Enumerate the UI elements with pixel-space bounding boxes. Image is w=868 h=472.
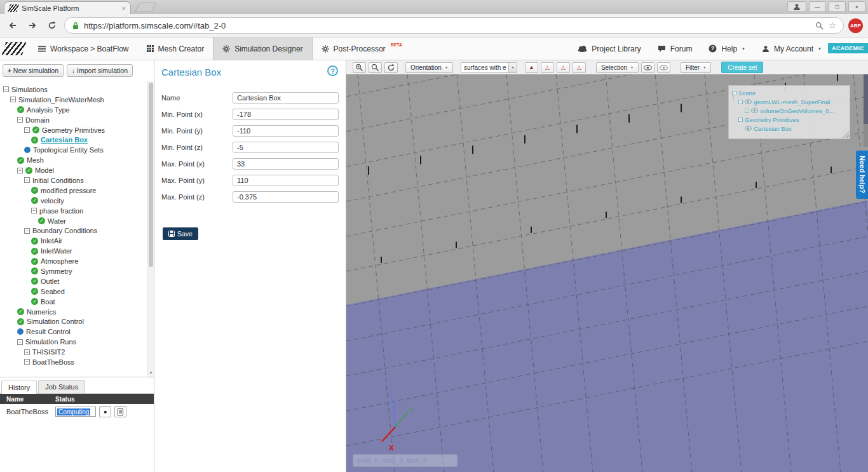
tab-job-status[interactable]: Job Status: [38, 380, 85, 393]
tree-item-simulation-runs[interactable]: −Simulation Runs: [0, 337, 154, 347]
min-point-z-input[interactable]: [233, 142, 339, 153]
tab-post-processor[interactable]: Post-Processor BETA: [313, 37, 412, 60]
selection-dropdown[interactable]: Selection ▼: [596, 62, 639, 73]
tree-scrollbar[interactable]: ▼: [147, 81, 154, 377]
browser-profile-button[interactable]: [787, 1, 806, 12]
max-point-z-input[interactable]: [233, 191, 339, 203]
resize-handle[interactable]: [843, 131, 849, 138]
tree-item-symmetry[interactable]: ✓Symmetry: [0, 266, 154, 276]
collapse-icon[interactable]: −: [17, 117, 23, 123]
forward-button[interactable]: [25, 18, 40, 33]
url-bar[interactable]: https://platform.simscale.com/#tab_2-0 ☆: [64, 17, 844, 34]
tab-simulation-designer[interactable]: Simulation Designer: [213, 37, 312, 60]
min-point-x-input[interactable]: [233, 109, 339, 120]
my-account-menu[interactable]: My Account ▼: [754, 44, 830, 53]
tree-item-geometry-primitives[interactable]: −✓Geometry Primitives: [0, 125, 154, 135]
help-icon[interactable]: ?: [327, 65, 338, 76]
new-simulation-button[interactable]: + New simulation: [3, 64, 64, 77]
window-minimize-button[interactable]: —: [809, 1, 826, 12]
scene-tree-item[interactable]: +volumeOnGeoVolumes_0...: [732, 106, 846, 115]
collapse-icon[interactable]: −: [738, 118, 743, 122]
help-menu[interactable]: ? Help ▼: [700, 44, 754, 53]
expand-icon[interactable]: +: [24, 349, 30, 355]
pick-vertex-button[interactable]: △: [573, 62, 586, 73]
scene-tree-overlay[interactable]: −Scene−geomLWL-mesh_SuperFinal+volumeOnG…: [728, 85, 850, 139]
scrollbar-thumb[interactable]: [149, 83, 153, 267]
create-set-button[interactable]: Create set: [721, 62, 763, 73]
adblock-extension-badge[interactable]: ABP: [848, 18, 863, 33]
select-arrow[interactable]: ▼: [508, 63, 517, 72]
scene-tree-item[interactable]: −Scene: [732, 88, 846, 97]
tree-item-phase-fraction[interactable]: −phase fraction: [0, 206, 154, 216]
save-button[interactable]: Save: [163, 227, 198, 240]
collapse-icon[interactable]: −: [24, 127, 30, 133]
bookmark-star-icon[interactable]: ☆: [828, 20, 836, 30]
pick-volume-button[interactable]: ▲: [525, 62, 538, 73]
visibility-eye-icon[interactable]: [745, 126, 752, 131]
3d-scene[interactable]: z y x −Scene−geomLWL-mesh_SuperFinal+vol…: [346, 74, 868, 472]
need-help-tab[interactable]: Need help?: [856, 151, 868, 199]
tree-item-boundary-conditions[interactable]: −Boundary Conditions: [0, 226, 154, 236]
tree-item-boattheboss[interactable]: −BoatTheBoss: [0, 357, 154, 367]
search-icon[interactable]: [815, 22, 824, 30]
tree-item-seabed[interactable]: ✓Seabed: [0, 287, 154, 297]
tree-item-result-control[interactable]: Result Control: [0, 327, 154, 337]
new-tab-button[interactable]: [135, 3, 156, 12]
collapse-icon[interactable]: −: [738, 100, 743, 104]
scene-tree-item[interactable]: Cartesian Box: [732, 124, 846, 133]
tree-item-numerics[interactable]: ✓Numerics: [0, 307, 154, 317]
visibility-eye-icon[interactable]: [745, 99, 752, 104]
refresh-view-button[interactable]: [384, 62, 398, 73]
import-simulation-button[interactable]: ↓ Import simulation: [67, 64, 133, 77]
scrollbar-thumb[interactable]: [864, 74, 868, 124]
tree-item-water[interactable]: ✓Water: [0, 216, 154, 226]
zoom-fit-button[interactable]: [369, 62, 382, 73]
collapse-icon[interactable]: −: [3, 86, 9, 92]
tree-item-simulations[interactable]: −Simulations: [0, 84, 154, 95]
tree-item-cartesian-box[interactable]: ✓Cartesian Box: [0, 135, 154, 145]
tree-item-analysis-type[interactable]: ✓Analysis Type: [0, 105, 154, 115]
browser-tab[interactable]: SimScale Platform ×: [4, 1, 131, 14]
tab-history[interactable]: History: [1, 381, 37, 394]
collapse-icon[interactable]: −: [17, 168, 23, 173]
tree-item-thisisit2[interactable]: +THISISIT2: [0, 347, 154, 357]
tree-item-velocity[interactable]: ✓velocity: [0, 196, 154, 206]
tree-item-outlet[interactable]: ✓Outlet: [0, 276, 154, 287]
back-button[interactable]: [5, 18, 20, 33]
project-library-button[interactable]: Project Library: [569, 44, 649, 53]
tree-item-modified-pressure[interactable]: ✓modified pressure: [0, 185, 154, 196]
tab-close-icon[interactable]: ×: [122, 4, 126, 12]
forum-button[interactable]: Forum: [649, 44, 701, 53]
tree-item-mesh[interactable]: ✓Mesh: [0, 155, 154, 165]
orientation-dropdown[interactable]: Orientation ▼: [405, 62, 453, 73]
zoom-in-button[interactable]: [353, 62, 366, 73]
collapse-icon[interactable]: −: [10, 97, 16, 102]
tree-item-domain[interactable]: −Domain: [0, 115, 154, 125]
tree-item-model[interactable]: −✓Model: [0, 165, 154, 175]
collapse-icon[interactable]: −: [732, 91, 736, 95]
breadcrumb-workspace[interactable]: Workspace > BoatFlow: [29, 37, 138, 60]
window-close-button[interactable]: ×: [848, 1, 865, 12]
hide-selected-button[interactable]: [657, 62, 670, 73]
visibility-eye-icon[interactable]: [751, 108, 758, 113]
tree-item-simulation-finewatermesh[interactable]: −Simulation_FineWaterMesh: [0, 95, 154, 105]
tab-mesh-creator[interactable]: Mesh Creator: [138, 37, 214, 60]
scene-tree-item[interactable]: −Geometry Primitives: [732, 115, 846, 124]
tree-item-boat[interactable]: ✓Boat: [0, 297, 154, 307]
stop-job-button[interactable]: ■: [99, 406, 111, 417]
collapse-icon[interactable]: −: [24, 228, 30, 234]
collapse-icon[interactable]: −: [24, 177, 30, 183]
tree-item-atmosphere[interactable]: ✓Atmosphere: [0, 256, 154, 266]
scene-tree-item[interactable]: −geomLWL-mesh_SuperFinal: [732, 97, 846, 106]
job-status-cell[interactable]: Computing: [55, 407, 96, 417]
max-point-y-input[interactable]: [233, 175, 339, 186]
reload-button[interactable]: [44, 18, 60, 33]
render-mode-select[interactable]: surfaces with e ▼: [461, 62, 517, 73]
tree-item-simulation-control[interactable]: ✓Simulation Control: [0, 316, 154, 327]
pick-face-button[interactable]: △: [541, 62, 554, 73]
simscale-logo[interactable]: [2, 42, 27, 55]
min-point-y-input[interactable]: [233, 125, 339, 137]
scrollbar-down-icon[interactable]: ▼: [148, 371, 154, 375]
show-selected-button[interactable]: [641, 62, 654, 73]
collapse-icon[interactable]: −: [31, 208, 37, 213]
